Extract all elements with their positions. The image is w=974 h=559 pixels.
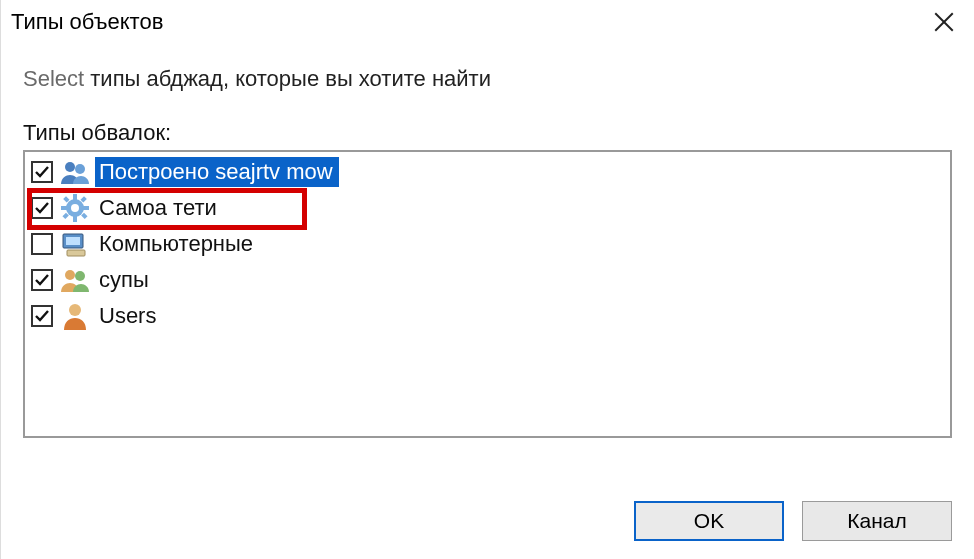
instruction-text: Select типы абджад, которые вы хотите на… (23, 66, 952, 92)
svg-rect-16 (67, 250, 85, 256)
list-item[interactable]: Компьютерные (25, 226, 950, 262)
instruction-select-word: Select (23, 66, 84, 91)
list-item[interactable]: Users (25, 298, 950, 334)
svg-point-2 (65, 162, 75, 172)
user-icon (59, 300, 91, 332)
dialog-footer: OK Канал (1, 483, 974, 559)
checkbox[interactable] (31, 233, 53, 255)
list-label: Типы обвалок: (23, 120, 952, 146)
svg-point-19 (69, 304, 81, 316)
titlebar: Типы объектов (1, 0, 974, 44)
check-icon (34, 200, 50, 216)
object-types-listbox[interactable]: Построено seajrtv mow Самоа тети (23, 150, 952, 438)
gear-icon (59, 192, 91, 224)
svg-rect-6 (73, 216, 77, 222)
close-icon (934, 12, 954, 32)
svg-rect-15 (66, 237, 80, 245)
list-item[interactable]: Построено seajrtv mow (25, 154, 950, 190)
instruction-rest: типы абджад, которые вы хотите найти (84, 66, 491, 91)
check-icon (34, 164, 50, 180)
svg-point-13 (71, 204, 79, 212)
svg-rect-12 (62, 213, 68, 219)
svg-rect-5 (73, 194, 77, 200)
svg-point-17 (65, 270, 75, 280)
dialog-body: Select типы абджад, которые вы хотите на… (1, 44, 974, 483)
list-item-label: Users (95, 301, 162, 331)
checkbox[interactable] (31, 305, 53, 327)
cancel-button[interactable]: Канал (802, 501, 952, 541)
checkbox[interactable] (31, 161, 53, 183)
svg-point-18 (75, 271, 85, 281)
svg-rect-8 (83, 206, 89, 210)
svg-point-3 (75, 164, 85, 174)
list-item[interactable]: супы (25, 262, 950, 298)
check-icon (34, 272, 50, 288)
svg-rect-11 (80, 196, 86, 202)
computer-icon (59, 228, 91, 260)
ok-button[interactable]: OK (634, 501, 784, 541)
people-icon (59, 156, 91, 188)
list-item-label: Самоа тети (95, 193, 223, 223)
checkbox[interactable] (31, 269, 53, 291)
svg-rect-10 (81, 213, 87, 219)
svg-rect-9 (63, 196, 69, 202)
list-item-label: супы (95, 265, 155, 295)
check-icon (34, 308, 50, 324)
checkbox[interactable] (31, 197, 53, 219)
list-item[interactable]: Самоа тети (25, 190, 950, 226)
object-types-dialog: Типы объектов Select типы абджад, которы… (0, 0, 974, 559)
close-button[interactable] (914, 0, 974, 44)
dialog-title: Типы объектов (11, 9, 163, 35)
group-icon (59, 264, 91, 296)
list-item-label: Компьютерные (95, 229, 259, 259)
list-item-label: Построено seajrtv mow (95, 157, 339, 187)
svg-rect-7 (61, 206, 67, 210)
